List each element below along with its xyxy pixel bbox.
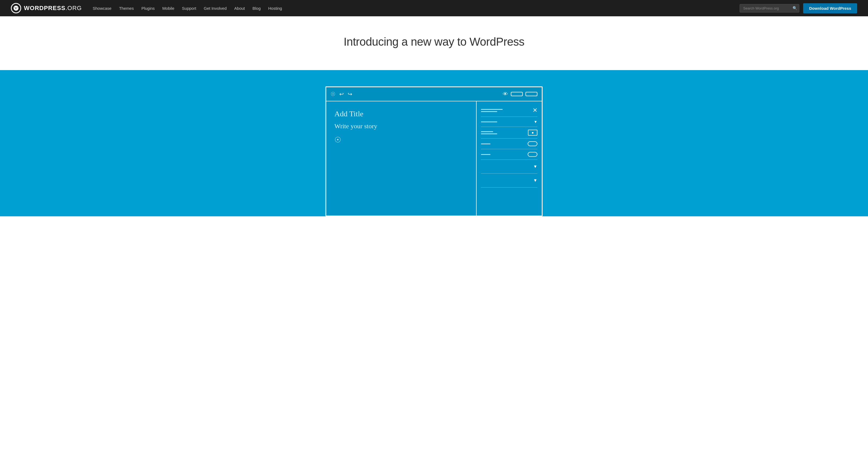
sidebar-collapse-row-1: ▼ bbox=[481, 160, 537, 174]
chevron-down-icon: ▼ bbox=[533, 164, 537, 169]
nav-themes[interactable]: Themes bbox=[119, 6, 134, 10]
sketch-line bbox=[481, 109, 503, 110]
hero-title: Introducing a new way to WordPress bbox=[11, 35, 857, 48]
sidebar-small-toggle[interactable] bbox=[528, 141, 537, 146]
sidebar-lines-group bbox=[481, 143, 528, 144]
chevron-down-icon: ▼ bbox=[533, 178, 537, 183]
sidebar-schedule-row: ■ bbox=[481, 127, 537, 139]
sidebar-lines-group bbox=[481, 154, 528, 155]
hero-section: Introducing a new way to WordPress bbox=[0, 16, 868, 70]
forward-icon: ↪ bbox=[348, 91, 352, 97]
mockup-container: ☉ ↩ ↪ 👁 Add Title Write your story ☉ bbox=[326, 86, 542, 216]
add-media-icon: ☉ bbox=[334, 135, 468, 144]
nav-support[interactable]: Support bbox=[182, 6, 196, 10]
sketch-title-placeholder: Add Title bbox=[334, 110, 468, 118]
sidebar-format-row bbox=[481, 139, 537, 149]
logo-text: WordPress.org bbox=[24, 5, 82, 12]
sidebar-lines-group bbox=[481, 131, 528, 134]
nav-blog[interactable]: Blog bbox=[252, 6, 260, 10]
nav-about[interactable]: About bbox=[234, 6, 245, 10]
sidebar-lines-group bbox=[481, 121, 531, 122]
nav-mobile[interactable]: Mobile bbox=[162, 6, 174, 10]
preview-button[interactable] bbox=[511, 92, 523, 96]
sketch-line bbox=[481, 143, 491, 144]
eye-icon: 👁 bbox=[503, 91, 508, 97]
search-container: 🔍 bbox=[740, 4, 799, 12]
sidebar-collapse-row-2: ▼ bbox=[481, 174, 537, 188]
sidebar-small-toggle-2[interactable] bbox=[528, 152, 537, 157]
download-wordpress-button[interactable]: Download WordPress bbox=[803, 3, 857, 13]
main-nav: Showcase Themes Plugins Mobile Support G… bbox=[93, 6, 282, 10]
nav-hosting[interactable]: Hosting bbox=[268, 6, 282, 10]
logo-icon bbox=[11, 3, 21, 13]
sketch-toolbar-right: 👁 bbox=[503, 91, 537, 97]
chevron-down-icon: ▼ bbox=[534, 120, 537, 124]
sketch-line bbox=[481, 131, 493, 132]
back-icon: ↩ bbox=[339, 91, 344, 97]
site-header: WordPress.org Showcase Themes Plugins Mo… bbox=[0, 0, 868, 16]
sidebar-toggle[interactable]: ■ bbox=[528, 130, 537, 136]
sidebar-sticky-row bbox=[481, 149, 537, 160]
sketch-line bbox=[481, 154, 491, 155]
nav-plugins[interactable]: Plugins bbox=[142, 6, 155, 10]
sketch-toolbar-left: ☉ ↩ ↪ bbox=[331, 91, 352, 97]
sidebar-lines-group bbox=[481, 109, 530, 112]
nav-showcase[interactable]: Showcase bbox=[93, 6, 111, 10]
close-icon: ✕ bbox=[532, 107, 537, 114]
sketch-sidebar: ✕ ▼ ■ bbox=[476, 102, 542, 216]
sketch-line bbox=[481, 111, 497, 112]
sketch-line bbox=[481, 134, 497, 134]
globe-icon: ☉ bbox=[331, 91, 336, 97]
sketch-story-placeholder: Write your story bbox=[334, 122, 468, 130]
search-input[interactable] bbox=[740, 4, 799, 12]
sketch-editor: Add Title Write your story ☉ bbox=[326, 102, 476, 216]
search-button[interactable]: 🔍 bbox=[793, 6, 797, 10]
nav-get-involved[interactable]: Get Involved bbox=[204, 6, 227, 10]
header-left: WordPress.org Showcase Themes Plugins Mo… bbox=[11, 3, 282, 13]
sketch-toolbar: ☉ ↩ ↪ 👁 bbox=[326, 87, 542, 102]
sidebar-visibility-row: ▼ bbox=[481, 117, 537, 127]
logo-link[interactable]: WordPress.org bbox=[11, 3, 82, 13]
wordpress-logo-svg bbox=[13, 5, 19, 11]
blue-section: ☉ ↩ ↪ 👁 Add Title Write your story ☉ bbox=[0, 70, 868, 216]
sketch-line bbox=[481, 121, 497, 122]
header-right: 🔍 Download WordPress bbox=[740, 3, 857, 13]
sidebar-status-row: ✕ bbox=[481, 106, 537, 117]
publish-button[interactable] bbox=[525, 92, 537, 96]
sketch-body: Add Title Write your story ☉ ✕ bbox=[326, 102, 542, 216]
sketch-mockup: ☉ ↩ ↪ 👁 Add Title Write your story ☉ bbox=[326, 86, 542, 216]
